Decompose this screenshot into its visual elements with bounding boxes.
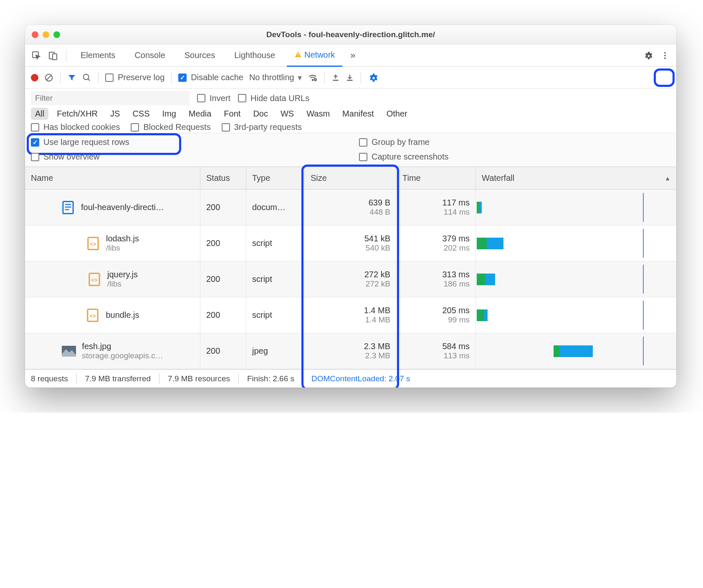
import-har-icon[interactable] bbox=[331, 74, 340, 82]
col-type[interactable]: Type bbox=[246, 167, 305, 189]
cell-waterfall bbox=[476, 333, 676, 369]
filter-input[interactable] bbox=[31, 91, 190, 105]
cell-status: 200 bbox=[200, 190, 246, 225]
svg-rect-3 bbox=[298, 53, 298, 56]
filter-type-other[interactable]: Other bbox=[382, 108, 412, 120]
cell-type: script bbox=[246, 261, 305, 297]
network-settings-panel: Use large request rows Group by frame Sh… bbox=[25, 133, 676, 167]
requests-table: Name Status Type Size Time Waterfall▲ fo… bbox=[25, 167, 676, 369]
has-blocked-cookies-checkbox[interactable]: Has blocked cookies bbox=[31, 122, 120, 132]
network-settings-icon[interactable] bbox=[368, 72, 379, 83]
tab-sources[interactable]: Sources bbox=[177, 44, 223, 67]
status-finish: Finish: 2.66 s bbox=[247, 374, 294, 383]
warning-icon bbox=[294, 51, 302, 58]
kebab-menu-icon[interactable] bbox=[659, 49, 671, 62]
cell-status: 200 bbox=[200, 333, 246, 369]
svg-text:<>: <> bbox=[91, 277, 98, 283]
svg-point-9 bbox=[83, 74, 89, 79]
hide-data-urls-checkbox[interactable]: Hide data URLs bbox=[238, 94, 309, 103]
callout-1-highlight bbox=[654, 68, 675, 87]
col-time[interactable]: Time bbox=[397, 167, 476, 189]
record-button[interactable] bbox=[31, 74, 38, 81]
network-conditions-icon[interactable] bbox=[308, 73, 318, 82]
cell-time: 117 ms114 ms bbox=[397, 190, 476, 225]
type-filters: All Fetch/XHR JS CSS Img Media Font Doc … bbox=[31, 108, 670, 120]
filter-toggle-icon[interactable] bbox=[67, 73, 76, 82]
filter-type-img[interactable]: Img bbox=[158, 108, 180, 120]
filter-type-font[interactable]: Font bbox=[220, 108, 245, 120]
col-name[interactable]: Name bbox=[25, 167, 200, 189]
third-party-requests-checkbox[interactable]: 3rd-party requests bbox=[222, 122, 302, 132]
file-type-icon bbox=[61, 200, 75, 215]
clear-button[interactable] bbox=[44, 73, 53, 82]
cell-status: 200 bbox=[200, 261, 246, 297]
svg-text:<>: <> bbox=[90, 313, 96, 319]
status-transferred: 7.9 MB transferred bbox=[85, 374, 151, 383]
cell-type: script bbox=[246, 226, 305, 261]
disable-cache-checkbox[interactable]: Disable cache bbox=[178, 73, 243, 82]
col-status[interactable]: Status bbox=[200, 167, 246, 189]
cell-waterfall bbox=[476, 297, 676, 333]
file-type-icon: <> bbox=[87, 272, 101, 286]
cell-size: 541 kB540 kB bbox=[305, 226, 397, 261]
device-toolbar-icon[interactable] bbox=[47, 49, 59, 62]
settings-icon[interactable] bbox=[642, 49, 655, 62]
devtools-window: DevTools - foul-heavenly-direction.glitc… bbox=[25, 25, 676, 388]
filter-type-manifest[interactable]: Manifest bbox=[338, 108, 378, 120]
filter-type-media[interactable]: Media bbox=[185, 108, 215, 120]
cell-status: 200 bbox=[200, 297, 246, 333]
table-header: Name Status Type Size Time Waterfall▲ bbox=[25, 167, 676, 190]
filter-type-all[interactable]: All bbox=[31, 108, 48, 120]
tab-network[interactable]: Network bbox=[287, 44, 342, 67]
throttling-select[interactable]: No throttling ▾ bbox=[249, 73, 302, 83]
col-size[interactable]: Size bbox=[305, 167, 397, 189]
cell-waterfall bbox=[476, 190, 676, 225]
filter-type-css[interactable]: CSS bbox=[128, 108, 154, 120]
use-large-request-rows-checkbox[interactable]: Use large request rows bbox=[31, 137, 342, 147]
table-row[interactable]: <>bundle.js200script1.4 MB1.4 MB205 ms99… bbox=[25, 297, 676, 333]
tab-elements[interactable]: Elements bbox=[73, 44, 123, 67]
status-bar: 8 requests 7.9 MB transferred 7.9 MB res… bbox=[25, 369, 676, 388]
group-by-frame-checkbox[interactable]: Group by frame bbox=[359, 137, 670, 147]
svg-point-7 bbox=[664, 57, 666, 59]
cell-type: script bbox=[246, 297, 305, 333]
svg-point-5 bbox=[664, 52, 666, 53]
show-overview-checkbox[interactable]: Show overview bbox=[31, 152, 342, 162]
invert-checkbox[interactable]: Invert bbox=[197, 94, 230, 103]
svg-rect-4 bbox=[298, 56, 298, 57]
filter-type-js[interactable]: JS bbox=[106, 108, 124, 120]
cell-size: 639 B448 B bbox=[305, 190, 397, 225]
divider bbox=[66, 49, 66, 62]
cell-waterfall bbox=[476, 226, 676, 261]
tab-console[interactable]: Console bbox=[127, 44, 172, 67]
table-row[interactable]: fesh.jpgstorage.googleapis.c…200jpeg2.3 … bbox=[25, 333, 676, 369]
cell-time: 205 ms99 ms bbox=[397, 297, 476, 333]
filter-type-wasm[interactable]: Wasm bbox=[302, 108, 334, 120]
panel-tabs: Elements Console Sources Lighthouse Netw… bbox=[25, 44, 676, 67]
tab-lighthouse[interactable]: Lighthouse bbox=[227, 44, 283, 67]
file-type-icon: <> bbox=[86, 236, 100, 251]
col-waterfall[interactable]: Waterfall▲ bbox=[476, 167, 676, 189]
table-row[interactable]: <>jquery.js/libs200script272 kB272 kB313… bbox=[25, 261, 676, 297]
filter-type-doc[interactable]: Doc bbox=[249, 108, 272, 120]
capture-screenshots-checkbox[interactable]: Capture screenshots bbox=[359, 152, 670, 162]
filter-type-ws[interactable]: WS bbox=[276, 108, 298, 120]
cell-waterfall bbox=[476, 261, 676, 297]
table-row[interactable]: foul-heavenly-directi…200docum…639 B448 … bbox=[25, 190, 676, 226]
preserve-log-checkbox[interactable]: Preserve log bbox=[105, 73, 164, 82]
table-row[interactable]: <>lodash.js/libs200script541 kB540 kB379… bbox=[25, 226, 676, 261]
file-type-icon bbox=[62, 344, 76, 358]
filter-type-fetch-xhr[interactable]: Fetch/XHR bbox=[53, 108, 102, 120]
inspect-element-icon[interactable] bbox=[30, 49, 43, 62]
cell-time: 313 ms186 ms bbox=[397, 261, 476, 297]
search-icon[interactable] bbox=[82, 73, 91, 82]
cell-name: fesh.jpgstorage.googleapis.c… bbox=[25, 333, 200, 369]
cell-name: foul-heavenly-directi… bbox=[25, 190, 200, 225]
blocked-requests-checkbox[interactable]: Blocked Requests bbox=[131, 122, 210, 132]
export-har-icon[interactable] bbox=[346, 74, 354, 82]
more-tabs-button[interactable]: » bbox=[346, 49, 359, 62]
filter-bar: Invert Hide data URLs All Fetch/XHR JS C… bbox=[25, 89, 676, 133]
cell-type: jpeg bbox=[246, 333, 305, 369]
svg-point-6 bbox=[664, 55, 666, 56]
cell-name: <>lodash.js/libs bbox=[25, 226, 200, 261]
